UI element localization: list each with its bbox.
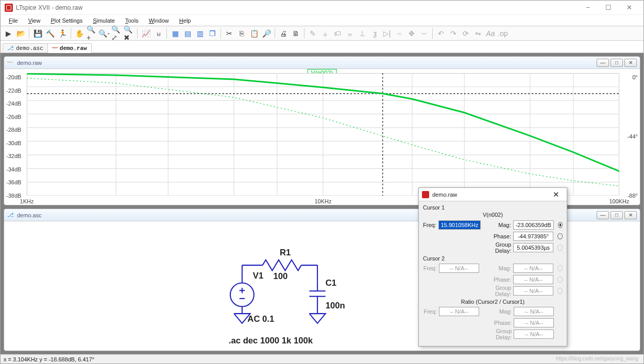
rotate-icon[interactable]: ⟳ xyxy=(460,28,471,39)
plot-title-bar[interactable]: 〰 demo.raw — □ ✕ xyxy=(4,57,640,69)
print-preview-icon[interactable]: 🗎 xyxy=(290,28,301,39)
running-man-icon[interactable]: 🏃 xyxy=(57,28,68,39)
cursor1-heading: Cursor 1 xyxy=(423,204,563,211)
pan-icon[interactable]: ✋ xyxy=(74,28,85,39)
add-trace-icon[interactable]: ⩁ xyxy=(152,28,164,39)
hammer-icon[interactable]: 🔨 xyxy=(44,28,56,39)
label-net-icon[interactable]: 🏷 xyxy=(332,28,343,39)
r1-name: R1 xyxy=(280,248,291,258)
mdi-maximize-button[interactable]: □ xyxy=(611,211,623,219)
mdi-minimize-button[interactable]: — xyxy=(597,211,609,219)
plot-title: demo.raw xyxy=(17,60,42,66)
tile-windows-icon[interactable]: ▦ xyxy=(170,28,181,39)
cascade-icon[interactable]: ❐ xyxy=(207,28,218,39)
freq-label: Freq: xyxy=(423,265,437,271)
window-title: LTspice XVII - demo.raw xyxy=(16,4,82,11)
cursor1-phase-value[interactable]: -44.973985° xyxy=(513,232,553,241)
cursor2-mag-radio[interactable] xyxy=(557,265,563,271)
place-ind-icon[interactable]: ƺ xyxy=(369,28,380,39)
find-icon[interactable]: 🔎 xyxy=(261,28,272,39)
undo-icon[interactable]: ↶ xyxy=(435,28,447,39)
menu-tools[interactable]: Tools xyxy=(120,16,144,25)
window-minimize-button[interactable]: − xyxy=(578,2,598,13)
cursor1-gd-radio[interactable] xyxy=(557,245,563,251)
tile-vert-icon[interactable]: ▥ xyxy=(194,28,206,39)
zoom-cancel-icon[interactable]: 🔍✖ xyxy=(123,28,134,39)
copy-icon[interactable]: ⎘ xyxy=(236,28,247,39)
cursor1-gd-value[interactable]: 5.0045393µs xyxy=(513,243,553,252)
tab-demo-raw[interactable]: 〰 demo.raw xyxy=(47,43,92,53)
window-titlebar: LTspice XVII - demo.raw − ☐ ✕ xyxy=(1,1,643,15)
place-cap-icon[interactable]: ⊥ xyxy=(357,28,368,39)
menu-window[interactable]: Window xyxy=(144,16,174,25)
cursor-dialog[interactable]: demo.raw ✕ Cursor 1 V(n002) Freq: 15.901… xyxy=(418,187,567,346)
dialog-close-button[interactable]: ✕ xyxy=(549,190,564,199)
window-close-button[interactable]: ✕ xyxy=(619,2,639,13)
run-icon[interactable]: ▶ xyxy=(3,28,14,39)
mdi-maximize-button[interactable]: □ xyxy=(611,59,623,67)
drag-icon[interactable]: ↔ xyxy=(418,28,430,39)
print-icon[interactable]: 🖨 xyxy=(278,28,289,39)
zoom-fit-icon[interactable]: 🔍⤢ xyxy=(111,28,122,39)
cursor2-phase-value[interactable]: -- N/A-- xyxy=(513,275,553,284)
mag-label: Mag: xyxy=(483,265,512,271)
cursor1-freq-value[interactable]: 15.901058KHz xyxy=(438,220,481,230)
place-comp-icon[interactable]: ⎓ xyxy=(394,28,405,39)
paste-icon[interactable]: 📋 xyxy=(248,28,260,39)
plot-area[interactable]: V(n002) -20dB-2 xyxy=(4,69,640,205)
status-text: x = 3.104KHz y = -18.688dB, 6.417° xyxy=(4,356,94,362)
autorange-icon[interactable]: 📈 xyxy=(140,28,151,39)
cursor-dialog-titlebar[interactable]: demo.raw ✕ xyxy=(419,188,567,201)
zoom-in-icon[interactable]: 🔍+ xyxy=(86,28,97,39)
place-res-icon[interactable]: ⏛ xyxy=(344,28,355,39)
c1-name: C1 xyxy=(326,278,336,288)
chart-canvas[interactable] xyxy=(27,73,619,196)
save-icon[interactable]: 💾 xyxy=(32,28,43,39)
window-maximize-button[interactable]: ☐ xyxy=(598,2,619,13)
cursor2-gd-radio[interactable] xyxy=(557,288,563,294)
ratio-mag-value: -- N/A-- xyxy=(514,307,554,316)
menu-simulate[interactable]: Simulate xyxy=(88,16,120,25)
zoom-out-icon[interactable]: 🔍- xyxy=(98,28,110,39)
app-icon xyxy=(422,191,429,198)
mdi-close-button[interactable]: ✕ xyxy=(624,211,637,219)
groupdelay-label: Group Delay: xyxy=(483,285,512,297)
mdi-minimize-button[interactable]: — xyxy=(597,59,609,67)
cursor2-phase-radio[interactable] xyxy=(557,276,563,283)
spice-directive-icon[interactable]: .op xyxy=(497,28,509,39)
ratio-freq-value: -- N/A-- xyxy=(439,307,479,316)
mirror-icon[interactable]: ⇋ xyxy=(472,28,484,39)
draw-wire-icon[interactable]: ✎ xyxy=(307,28,318,39)
mag-label: Mag: xyxy=(483,308,512,315)
mdi-close-button[interactable]: ✕ xyxy=(624,59,637,67)
app-icon xyxy=(5,4,13,12)
tab-demo-asc[interactable]: ⎇ demo.asc xyxy=(3,43,48,53)
cursor2-freq-value[interactable]: -- N/A-- xyxy=(439,264,479,273)
open-icon[interactable]: 📂 xyxy=(15,28,26,39)
waveform-icon: 〰 xyxy=(52,45,58,51)
groupdelay-label: Group Delay: xyxy=(483,328,512,340)
schematic-icon: ⎇ xyxy=(7,212,14,219)
menu-file[interactable]: File xyxy=(4,16,23,25)
place-diode-icon[interactable]: ▷| xyxy=(381,28,393,39)
menu-bar: File View Plot Settings Simulate Tools W… xyxy=(1,15,643,26)
groupdelay-label: Group Delay: xyxy=(483,241,512,254)
cursor2-gd-value[interactable]: -- N/A-- xyxy=(513,286,553,296)
menu-view[interactable]: View xyxy=(23,16,46,25)
cut-icon[interactable]: ✂ xyxy=(224,28,235,39)
toolbar: ▶ 📂 💾 🔨 🏃 ✋ 🔍+ 🔍- 🔍⤢ 🔍✖ 📈 ⩁ ▦ ▤ ▥ ❐ ✂ ⎘ … xyxy=(1,26,643,41)
cursor-node-label: V(n002) xyxy=(423,212,563,218)
cursor1-mag-value[interactable]: -23.006359dB xyxy=(513,220,554,230)
cursor1-phase-radio[interactable] xyxy=(557,233,563,239)
move-icon[interactable]: ✥ xyxy=(406,28,417,39)
freq-label: Freq: xyxy=(423,308,437,315)
tile-horiz-icon[interactable]: ▤ xyxy=(182,28,193,39)
menu-help[interactable]: Help xyxy=(174,16,196,25)
menu-plot-settings[interactable]: Plot Settings xyxy=(45,16,88,25)
text-icon[interactable]: Aa xyxy=(485,28,496,39)
cursor1-mag-radio[interactable] xyxy=(558,222,563,228)
redo-icon[interactable]: ↷ xyxy=(448,28,459,39)
cursor2-heading: Cursor 2 xyxy=(423,255,563,262)
cursor2-mag-value[interactable]: -- N/A-- xyxy=(513,264,553,273)
place-gnd-icon[interactable]: ⏚ xyxy=(319,28,331,39)
